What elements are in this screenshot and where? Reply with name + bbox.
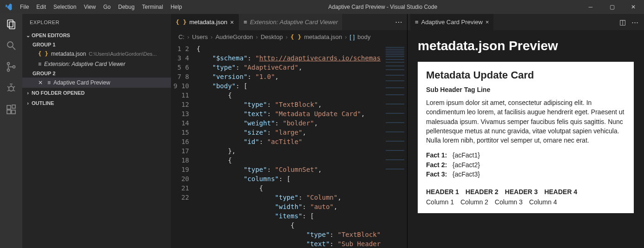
open-editor-preview[interactable]: ✕ ≡ Adaptive Card Preview [22,78,171,88]
tab-extension[interactable]: ≡ Extension: Adaptive Card Viewer [239,14,343,30]
open-editor-metadata[interactable]: { } metadata.json C:\Users\AudrieGordon\… [22,49,171,59]
no-folder-section[interactable]: ›NO FOLDER OPENED [22,88,171,98]
svg-point-6 [13,66,15,68]
code-content[interactable]: { "$schema": "http://adaptivecards.io/sc… [197,43,384,248]
menu-debug[interactable]: Debug [114,4,138,10]
menu-selection[interactable]: Selection [50,4,80,10]
svg-rect-0 [7,20,13,27]
preview-title: metadata.json Preview [418,39,634,53]
close-icon[interactable]: × [230,19,234,26]
vscode-logo-icon [0,3,16,11]
svg-rect-14 [7,105,11,109]
minimap[interactable] [384,43,407,248]
card-column-headers: HEADER 1HEADER 2HEADER 3HEADER 4 [426,188,625,196]
minimize-button[interactable]: ─ [580,0,601,14]
menu-help[interactable]: Help [167,4,186,10]
svg-rect-15 [7,110,11,114]
extensions-icon[interactable] [5,103,18,116]
preview-file-icon: ≡ [415,19,419,26]
tab-preview[interactable]: ≡ Adaptive Card Preview × [410,14,493,30]
open-editor-extension[interactable]: ≡ Extension: Adaptive Card Viewer [22,59,171,69]
preview-tabs: ≡ Adaptive Card Preview × ◫ ⋯ [407,14,644,30]
card-body-text: Lorem ipsum dolor sit amet, consectetur … [426,98,625,145]
editor-group: { } metadata.json × ≡ Extension: Adaptiv… [171,14,407,248]
title-bar: File Edit Selection View Go Debug Termin… [0,0,644,14]
menu-go[interactable]: Go [99,4,114,10]
editor-group-1: GROUP 1 [22,40,171,49]
tab-overflow-icon[interactable]: ⋯ [390,14,407,30]
close-icon[interactable]: × [486,19,489,26]
code-editor[interactable]: 1 2 3 4 5 6 7 8 9 10 11 12 13 14 15 16 1… [171,43,407,248]
tab-metadata[interactable]: { } metadata.json × [171,14,239,30]
svg-point-4 [7,63,10,65]
open-editors-section[interactable]: ⌄OPEN EDITORS [22,30,171,40]
preview-content: metadata.json Preview Metadata Update Ca… [407,30,644,248]
line-numbers: 1 2 3 4 5 6 7 8 9 10 11 12 13 14 15 16 1… [171,43,197,248]
close-icon[interactable]: ✕ [38,79,45,86]
menu-edit[interactable]: Edit [33,4,50,10]
svg-rect-17 [12,105,15,108]
activity-bar [0,14,22,248]
sidebar-title: EXPLORER [22,14,171,30]
svg-line-3 [13,47,15,50]
editor-tabs: { } metadata.json × ≡ Extension: Adaptiv… [171,14,407,30]
maximize-button[interactable]: ▢ [601,0,623,14]
menu-view[interactable]: View [80,4,99,10]
menu-bar: File Edit Selection View Go Debug Termin… [16,4,186,10]
svg-point-7 [9,86,13,91]
menu-file[interactable]: File [16,4,33,10]
svg-line-11 [13,90,15,91]
json-file-icon: { } [290,33,301,40]
svg-rect-1 [9,22,15,29]
close-window-button[interactable]: ✕ [623,0,644,14]
search-icon[interactable] [5,39,18,52]
svg-point-5 [7,69,10,72]
breadcrumb[interactable]: C:› Users› AudrieGordon› Desktop› { } me… [171,30,407,43]
tab-overflow-icon[interactable]: ⋯ [629,18,641,26]
window-title: Adaptive Card Preview - Visual Studio Co… [186,4,580,10]
preview-pane: ≡ Adaptive Card Preview × ◫ ⋯ metadata.j… [407,14,644,248]
svg-rect-16 [12,110,15,114]
outline-section[interactable]: ›OUTLINE [22,98,171,108]
preview-file-icon: ≡ [47,79,51,86]
svg-line-9 [13,86,15,88]
adaptive-card: Metadata Update Card Sub Header Tag Line… [418,62,634,213]
card-subheader: Sub Header Tag Line [426,86,625,93]
source-control-icon[interactable] [5,60,18,73]
card-facts: Fact 1: {acFact1} Fact 2: {acFact2} Fact… [426,150,625,179]
card-title: Metadata Update Card [426,69,625,81]
svg-point-2 [7,42,13,47]
editor-group-2: GROUP 2 [22,69,171,78]
menu-terminal[interactable]: Terminal [138,4,167,10]
card-column-values: Column 1Column 2Column 3Column 4 [426,198,625,206]
svg-line-10 [7,90,9,91]
preview-file-icon: ≡ [243,19,247,26]
debug-icon[interactable] [5,82,18,95]
explorer-icon[interactable] [5,18,18,31]
preview-file-icon: ≡ [38,61,41,67]
sidebar-explorer: EXPLORER ⌄OPEN EDITORS GROUP 1 { } metad… [22,14,171,248]
json-file-icon: { } [38,51,48,57]
split-editor-icon[interactable]: ◫ [617,18,629,26]
svg-line-8 [7,86,9,88]
json-file-icon: { } [176,19,186,26]
